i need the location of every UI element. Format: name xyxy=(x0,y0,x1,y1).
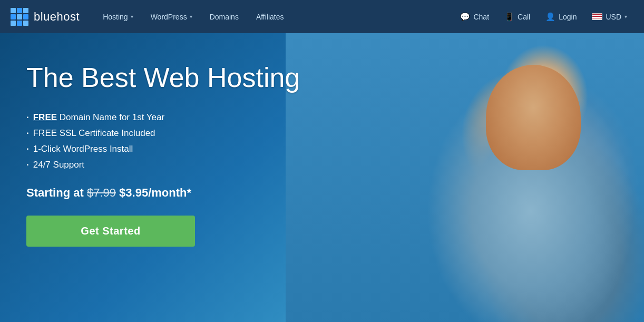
feature-domain-text: Domain Name for 1st Year xyxy=(60,112,164,122)
pricing: Starting at $7.99 $3.95/month* xyxy=(26,186,300,200)
chevron-down-icon: ▾ xyxy=(625,14,627,19)
nav-call[interactable]: 📱 Call xyxy=(498,8,536,26)
chevron-down-icon: ▾ xyxy=(131,14,133,19)
brand-name: bluehost xyxy=(34,10,80,24)
user-icon: 👤 xyxy=(545,12,555,22)
chevron-down-icon: ▾ xyxy=(190,14,192,19)
feature-wordpress-text: 1-Click WordPress Install xyxy=(33,144,133,154)
nav-item-hosting[interactable]: Hosting ▾ xyxy=(95,8,140,25)
nav-item-domains[interactable]: Domains xyxy=(202,8,246,25)
hero-section: The Best Web Hosting · FREE Domain Name … xyxy=(0,33,644,322)
feature-ssl: · FREE SSL Certificate Included xyxy=(26,128,300,139)
navbar: bluehost Hosting ▾ WordPress ▾ Domains A… xyxy=(0,0,644,33)
nav-currency[interactable]: USD ▾ xyxy=(586,8,633,25)
hero-features-list: · FREE Domain Name for 1st Year · FREE S… xyxy=(26,112,300,170)
hero-image xyxy=(286,33,644,322)
bullet-icon: · xyxy=(26,160,29,170)
flag-icon xyxy=(592,13,602,20)
pricing-label: Starting at xyxy=(26,186,87,199)
nav-domains-label: Domains xyxy=(210,13,239,21)
bullet-icon: · xyxy=(26,144,29,154)
nav-chat[interactable]: 💬 Chat xyxy=(454,8,495,26)
nav-login[interactable]: 👤 Login xyxy=(539,8,583,26)
feature-wordpress: · 1-Click WordPress Install xyxy=(26,144,300,154)
nav-item-wordpress[interactable]: WordPress ▾ xyxy=(143,8,200,25)
feature-support-text: 24/7 Support xyxy=(33,160,84,170)
bullet-icon: · xyxy=(26,128,29,139)
old-price: $7.99 xyxy=(87,186,116,199)
logo-grid-icon xyxy=(11,8,28,26)
nav-affiliates-label: Affiliates xyxy=(256,13,284,21)
nav-chat-label: Chat xyxy=(473,13,489,21)
hero-title: The Best Web Hosting xyxy=(26,62,300,94)
nav-wordpress-label: WordPress xyxy=(151,13,187,21)
feature-domain: · FREE Domain Name for 1st Year xyxy=(26,112,300,123)
phone-icon: 📱 xyxy=(504,12,514,22)
feature-domain-bold: FREE xyxy=(33,112,57,122)
nav-links: Hosting ▾ WordPress ▾ Domains Affiliates xyxy=(95,8,454,25)
new-price: $3.95/month* xyxy=(119,186,191,199)
cta-get-started-button[interactable]: Get Started xyxy=(26,216,195,247)
bullet-icon: · xyxy=(26,112,29,123)
logo[interactable]: bluehost xyxy=(11,8,80,26)
nav-currency-label: USD xyxy=(606,13,621,21)
feature-support: · 24/7 Support xyxy=(26,160,300,170)
nav-hosting-label: Hosting xyxy=(103,13,128,21)
feature-ssl-text: FREE SSL Certificate Included xyxy=(33,128,155,139)
nav-login-label: Login xyxy=(559,13,577,21)
chat-icon: 💬 xyxy=(460,12,470,22)
nav-item-affiliates[interactable]: Affiliates xyxy=(249,8,291,25)
hero-content: The Best Web Hosting · FREE Domain Name … xyxy=(0,33,326,276)
nav-right: 💬 Chat 📱 Call 👤 Login USD ▾ xyxy=(454,8,633,26)
nav-call-label: Call xyxy=(518,13,530,21)
